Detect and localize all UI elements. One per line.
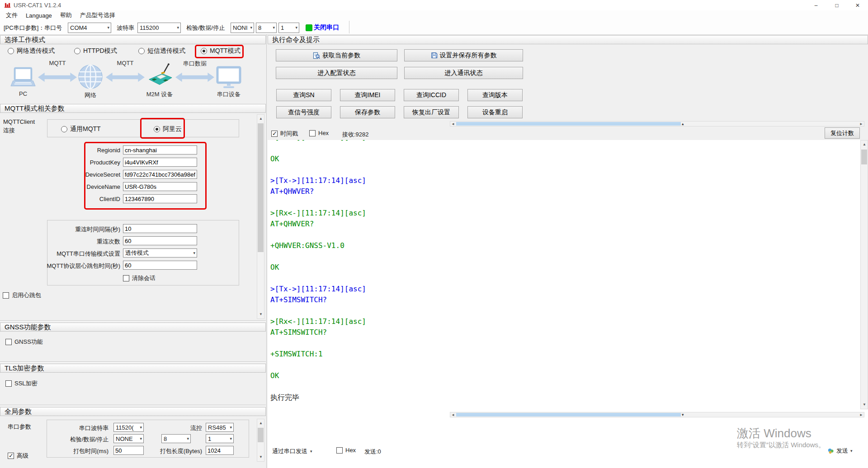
- scroll-left-icon[interactable]: [451, 413, 455, 417]
- scroll-right-icon[interactable]: [859, 122, 863, 126]
- menu-item[interactable]: 产品型号选择: [76, 11, 119, 19]
- scroll-down-icon[interactable]: [259, 313, 263, 316]
- recv-hex-checkbox[interactable]: Hex: [309, 130, 329, 136]
- devicesecret-input[interactable]: [123, 170, 197, 179]
- get-params-button[interactable]: 获取当前参数: [276, 49, 397, 61]
- work-mode-header: 选择工作模式: [0, 35, 266, 44]
- receive-hscrollbar-bottom[interactable]: [450, 412, 864, 417]
- pack-len-input[interactable]: [206, 446, 234, 455]
- com-port-select[interactable]: COM4: [68, 23, 111, 33]
- query-version-button[interactable]: 查询版本: [467, 89, 523, 101]
- mqtt-section-scrollbar[interactable]: [257, 114, 264, 319]
- diagram-serial-device-label: 串口设备: [216, 90, 241, 98]
- query-signal-button[interactable]: 查信号强度: [276, 106, 331, 118]
- parity-select[interactable]: NONI: [231, 23, 254, 33]
- serial-parity-select[interactable]: NONE: [113, 434, 144, 443]
- regionid-input[interactable]: [123, 145, 197, 154]
- ssl-checkbox[interactable]: SSL加密: [5, 379, 38, 388]
- devicename-input[interactable]: [123, 182, 197, 191]
- close-port-button[interactable]: 关闭串口: [314, 23, 339, 32]
- gnss-checkbox[interactable]: GNSS功能: [5, 338, 43, 346]
- scroll-down-icon[interactable]: [863, 403, 866, 407]
- serial-stopbits-select[interactable]: 1: [206, 434, 234, 443]
- send-button[interactable]: 发送: [827, 447, 853, 455]
- scrollbar-thumb[interactable]: [456, 413, 681, 417]
- mode-option-sms[interactable]: 短信透传模式: [138, 47, 185, 55]
- close-button[interactable]: ✕: [847, 0, 868, 10]
- diagram-m2m-label: M2M 设备: [140, 90, 179, 98]
- terminal-vscrollbar[interactable]: [860, 140, 868, 409]
- scrollbar-thumb[interactable]: [861, 150, 867, 164]
- aliyun-option[interactable]: 阿里云: [154, 125, 182, 133]
- reconnect-interval-input[interactable]: [123, 224, 197, 233]
- scroll-up-icon[interactable]: [259, 117, 263, 121]
- menu-item[interactable]: 文件: [2, 11, 22, 19]
- query-iccid-button[interactable]: 查询ICCID: [404, 89, 459, 101]
- databits-value: 8: [258, 24, 261, 31]
- scroll-up-icon[interactable]: [863, 143, 866, 146]
- scroll-right-icon[interactable]: [859, 413, 863, 417]
- menu-item[interactable]: Language: [22, 12, 56, 19]
- clear-session-checkbox[interactable]: 清除会话: [123, 274, 156, 282]
- scroll-down-icon[interactable]: [259, 455, 263, 459]
- scrollbar-thumb[interactable]: [258, 428, 264, 442]
- minimize-button[interactable]: –: [806, 0, 826, 10]
- databits-select[interactable]: 8: [256, 23, 277, 33]
- checkbox-icon: [271, 131, 278, 137]
- factory-reset-button[interactable]: 恢复出厂设置: [404, 106, 459, 118]
- save-params-icon: [431, 52, 438, 59]
- pack-time-input[interactable]: [113, 446, 144, 455]
- network-globe-icon: [78, 64, 103, 89]
- query-imei-button[interactable]: 查询IMEI: [340, 89, 395, 101]
- com-port-value: COM4: [70, 24, 87, 31]
- terminal-line: [270, 360, 858, 370]
- scroll-left-icon[interactable]: [451, 122, 455, 126]
- terminal-output[interactable]: >[Rx<-][11:17:14][asc]OK>[Tx->][11:17:14…: [268, 140, 858, 409]
- advanced-checkbox[interactable]: 高级: [8, 452, 28, 460]
- clientid-input[interactable]: [123, 194, 197, 203]
- mode-option-httpd[interactable]: HTTPD模式: [74, 47, 117, 55]
- radio-icon: [201, 48, 207, 54]
- stopbits-select[interactable]: 1: [278, 23, 299, 33]
- device-restart-button[interactable]: 设备重启: [467, 106, 523, 118]
- diagram-pc-label: PC: [10, 90, 36, 97]
- reset-count-button[interactable]: 复位计数: [825, 127, 860, 139]
- timestamp-checkbox[interactable]: 时间戳: [271, 130, 298, 138]
- scrollbar-thumb[interactable]: [456, 122, 681, 126]
- global-section-scrollbar[interactable]: [257, 419, 264, 462]
- baud-select[interactable]: 115200: [137, 23, 181, 33]
- recv-hex-label: Hex: [318, 130, 329, 136]
- query-sn-button[interactable]: 查询SN: [276, 89, 331, 101]
- mode-option-network[interactable]: 网络透传模式: [8, 47, 55, 55]
- mode-option-mqtt[interactable]: MQTT模式: [201, 47, 241, 55]
- menu-item[interactable]: 帮助: [56, 11, 76, 19]
- scrollbar-thumb[interactable]: [258, 123, 264, 252]
- maximize-button[interactable]: □: [826, 0, 847, 10]
- enter-comm-button[interactable]: 进入通讯状态: [404, 67, 523, 79]
- terminal-line: [270, 305, 858, 316]
- arrow-middle-icon: [106, 71, 145, 83]
- set-save-params-button[interactable]: 设置并保存所有参数: [404, 49, 523, 61]
- productkey-input[interactable]: [123, 158, 197, 167]
- command-panel-header: 执行命令及提示: [268, 35, 868, 44]
- radio-icon: [154, 126, 160, 132]
- receive-hscrollbar-top[interactable]: [450, 121, 864, 126]
- serial-databits-select[interactable]: 8: [161, 434, 191, 443]
- arrow-left-icon: [38, 71, 77, 83]
- send-hex-checkbox[interactable]: Hex: [336, 447, 356, 454]
- scroll-up-icon[interactable]: [259, 421, 263, 425]
- chevron-down-icon: [273, 26, 275, 30]
- keepalive-input[interactable]: [123, 261, 197, 270]
- save-params-button[interactable]: 保存参数: [340, 106, 395, 118]
- enter-config-button[interactable]: 进入配置状态: [276, 67, 397, 79]
- serial-baud-select[interactable]: 11520(: [113, 423, 144, 432]
- serial-databits-value: 8: [164, 435, 167, 442]
- generic-mqtt-option[interactable]: 通用MQTT: [61, 125, 101, 133]
- reconnect-times-input[interactable]: [123, 236, 197, 245]
- enable-heartbeat-checkbox[interactable]: 启用心跳包: [3, 291, 41, 300]
- send-count: 发送:0: [364, 448, 381, 456]
- send-via-serial-dropdown[interactable]: 通过串口发送: [272, 447, 312, 455]
- transfer-mode-select[interactable]: 透传模式: [123, 248, 197, 257]
- flow-select[interactable]: RS485: [206, 423, 234, 432]
- flow-value: RS485: [208, 424, 226, 431]
